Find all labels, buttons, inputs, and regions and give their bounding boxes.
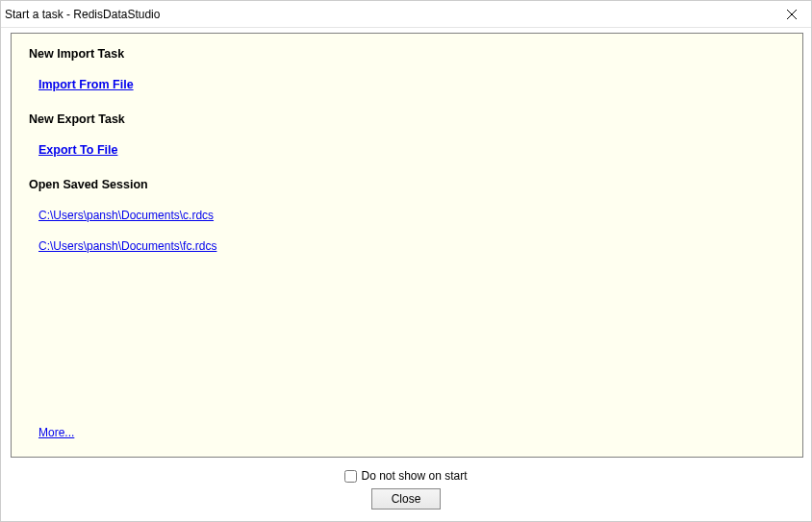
export-heading: New Export Task (29, 112, 785, 126)
session-link-0[interactable]: C:\Users\pansh\Documents\c.rdcs (38, 209, 785, 222)
more-link[interactable]: More... (38, 426, 785, 439)
content-panel: New Import Task Import From File New Exp… (11, 33, 803, 458)
dialog-window: Start a task - RedisDataStudio New Impor… (0, 0, 812, 522)
do-not-show-row[interactable]: Do not show on start (344, 469, 467, 483)
export-to-file-link[interactable]: Export To File (38, 143, 785, 157)
do-not-show-label: Do not show on start (361, 469, 467, 483)
do-not-show-checkbox[interactable] (344, 470, 357, 483)
spacer (29, 270, 785, 426)
close-icon (787, 10, 797, 19)
window-close-button[interactable] (773, 1, 811, 27)
sessions-heading: Open Saved Session (29, 178, 785, 191)
footer: Do not show on start Close (1, 465, 811, 521)
window-title: Start a task - RedisDataStudio (5, 8, 160, 21)
import-heading: New Import Task (29, 47, 785, 61)
close-button[interactable]: Close (371, 488, 441, 510)
session-link-1[interactable]: C:\Users\pansh\Documents\fc.rdcs (38, 239, 785, 253)
import-from-file-link[interactable]: Import From File (38, 78, 785, 91)
titlebar: Start a task - RedisDataStudio (1, 1, 811, 28)
